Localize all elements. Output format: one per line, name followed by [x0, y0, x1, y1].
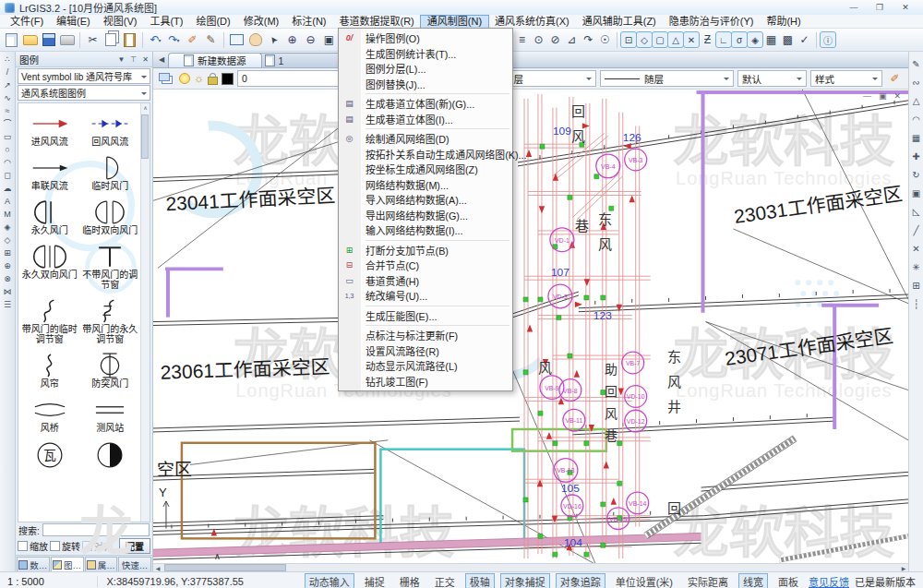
hscroll-right-icon[interactable]: ▶ — [899, 565, 908, 571]
layer-manager-icon[interactable] — [158, 70, 175, 88]
points-tool-icon[interactable]: ∴ — [5, 54, 10, 64]
tab-legend[interactable]: 图… — [51, 557, 84, 571]
doc-minimize-icon[interactable]: — — [863, 91, 871, 101]
line-tool-icon[interactable]: / — [6, 67, 9, 77]
symbol-lib-select[interactable]: Vent symbol lib 通风符号库 — [18, 68, 150, 84]
drawing-canvas[interactable]: 龙软科技 LongRuan Technologies 龙软科技 LongRuan… — [153, 90, 908, 563]
legend-item-intake-airflow[interactable]: 进风风流 — [19, 111, 80, 147]
layer-lock-icon[interactable] — [208, 77, 218, 85]
pan-hand-icon[interactable] — [246, 31, 264, 49]
edit-pencil-icon[interactable]: ✎ — [912, 59, 919, 69]
layer-color-swatch[interactable] — [222, 73, 234, 85]
panel-toggle[interactable]: 面板 — [773, 573, 803, 588]
layer-on-icon[interactable] — [179, 73, 190, 84]
symbol-category-select[interactable]: 通风系统图图例 — [18, 85, 150, 101]
cut-icon[interactable]: ✂ — [84, 31, 102, 49]
osnap-midpoint-toggle[interactable]: ◇ — [637, 32, 652, 47]
undo-button[interactable]: ↶▾ — [147, 31, 164, 49]
hscroll-left-icon[interactable]: ◀ — [153, 565, 162, 571]
erase-icon[interactable]: ✕ — [912, 244, 919, 254]
object-snap-toggle[interactable]: 对象捕捉 — [500, 573, 550, 588]
zoom-checkbox[interactable] — [18, 541, 28, 551]
legend-item-wind-station[interactable]: 测风站 — [80, 397, 141, 433]
menu-item-legend-layering[interactable]: 图例分层(L)... — [339, 61, 512, 77]
zoom-in-icon[interactable]: ⊕ — [283, 31, 301, 49]
legend-item-air-bridge[interactable]: 风桥 — [19, 397, 80, 433]
ray-tool-icon[interactable]: ↗ — [4, 80, 11, 90]
circle-tool-icon[interactable]: ○ — [5, 145, 9, 154]
menu-vent-simulation[interactable]: 通风系统仿真(X) — [488, 16, 576, 28]
osnap-quadrant-toggle[interactable]: ◈ — [748, 32, 762, 47]
check-icon[interactable]: ✓ — [797, 31, 812, 49]
menu-item-set-airflow-path[interactable]: 设置风流路径(R) — [339, 343, 512, 359]
linetype-select[interactable]: 随层 — [600, 70, 734, 87]
grid-toggle[interactable]: 栅格 — [395, 573, 425, 588]
osnap-nearest-toggle[interactable]: △ — [668, 32, 683, 47]
menu-tunnel-data[interactable]: 巷道数据提取(R) — [333, 16, 421, 28]
legend-item-temp-reg-window[interactable]: 带风门的临时调节窗 — [19, 298, 80, 344]
measure-point-icon[interactable]: ☉ — [597, 31, 613, 49]
scroll-up-icon[interactable]: ∧ — [141, 104, 150, 111]
legend-scrollbar-thumb[interactable] — [141, 114, 149, 159]
layer-freeze-icon[interactable]: ☼ — [194, 72, 204, 85]
osnap-tangent-toggle[interactable]: σ — [732, 32, 747, 47]
menu-item-input-network-data[interactable]: 输入网络结构数据(I)... — [339, 222, 512, 238]
join-tool-icon[interactable]: ⋈ — [4, 287, 12, 296]
measure-circle-icon[interactable]: ⊙ — [531, 31, 546, 49]
table-tool-icon[interactable]: ☰ — [4, 300, 11, 309]
tab-data[interactable]: 数… — [17, 557, 50, 571]
osnap-intersection-toggle[interactable]: ✕ — [684, 32, 699, 47]
polar-toggle[interactable]: 极轴 — [465, 573, 495, 588]
measure-triangle-icon[interactable]: ⊿ — [564, 31, 580, 49]
snap-toggle[interactable]: 捕捉 — [360, 573, 390, 588]
legend-item-temp-door[interactable]: 临时风门 — [80, 155, 141, 191]
menu-item-3d-tunnel-new[interactable]: ▤生成巷道立体图(新)(G)... — [339, 96, 512, 112]
legend-item-temp-double-door[interactable]: 临时双向风门 — [80, 199, 141, 235]
legend-item-reg-window-no-door[interactable]: 不带风门的调节窗 — [80, 244, 141, 290]
osnap-endpoint-toggle[interactable]: ⊡ — [621, 32, 636, 47]
minimize-button[interactable]: — — [841, 3, 867, 12]
menu-view[interactable]: 视图(V) — [97, 16, 144, 28]
rotate-icon[interactable]: ↻ — [912, 170, 919, 180]
menu-item-3d-tunnel[interactable]: ▤生成巷道立体图(I)... — [339, 112, 512, 127]
menu-modify[interactable]: 修改(M) — [237, 16, 286, 28]
panel-close-icon[interactable]: ✕ — [142, 55, 149, 64]
redo-button[interactable]: ↷▾ — [165, 31, 183, 49]
legend-item-outburst-door[interactable]: 防突风门 — [80, 353, 141, 389]
ortho-toggle[interactable]: 正交 — [430, 573, 460, 588]
print-icon[interactable] — [58, 31, 76, 49]
polyline-tool-icon[interactable]: ∿ — [4, 93, 11, 102]
divide-icon[interactable]: ┆ — [913, 299, 918, 309]
new-file-icon[interactable] — [3, 31, 20, 49]
menu-item-renumber[interactable]: 1,3统改编号(U)... — [339, 288, 512, 304]
color-select[interactable]: 随层 — [499, 70, 596, 87]
text-tool-icon[interactable]: A — [5, 197, 10, 206]
menu-item-merge-nodes[interactable]: ⊟合并节点(C) — [339, 258, 512, 273]
hscroll-thumb[interactable] — [164, 564, 286, 571]
dynamic-input-toggle[interactable]: 动态输入 — [305, 573, 354, 588]
real-distance-toggle[interactable]: 实际距离 — [683, 573, 733, 588]
measure-diameter-icon[interactable]: ⊘ — [547, 31, 563, 49]
copy-icon[interactable] — [102, 31, 120, 49]
save-icon[interactable] — [40, 31, 57, 49]
pen-icon[interactable]: ✎ — [202, 31, 220, 49]
measure-curve-icon[interactable]: ↷ — [581, 31, 596, 49]
feedback-link[interactable]: 意见反馈 — [809, 574, 849, 588]
menu-item-operate-legend[interactable]: 0/操作图例(O) — [339, 30, 512, 46]
menu-item-auto-network-topology[interactable]: 按拓扑关系自动生成通风网络图(K)... — [339, 147, 512, 162]
move-icon[interactable]: ✚ — [912, 151, 919, 162]
menu-item-dynamic-airflow-path[interactable]: 动态显示风流路径(L) — [339, 358, 512, 374]
grid-b-icon[interactable]: ▩ — [780, 31, 796, 49]
panel-pin-icon[interactable]: ⊤ — [130, 55, 137, 64]
node-insert-tool-icon[interactable]: ⊕ — [4, 261, 11, 270]
doc-close-icon[interactable]: ✕ — [893, 91, 901, 101]
menu-item-legend-replace[interactable]: 图例替换(J)... — [339, 77, 512, 92]
mtext-tool-icon[interactable]: M — [4, 210, 11, 219]
rectangle-tool-icon[interactable]: ▭ — [4, 132, 12, 141]
paste-icon[interactable] — [121, 31, 138, 49]
horizontal-scrollbar[interactable]: ◀ ▶ — [153, 563, 908, 571]
menu-item-pressure-energy-map[interactable]: 生成压能图(E)... — [339, 308, 512, 324]
trim-icon[interactable]: ╱ — [913, 225, 918, 235]
legend-item-gas-station[interactable]: 瓦 — [19, 441, 80, 469]
panel-dropdown-icon[interactable]: ▼ — [117, 55, 125, 64]
